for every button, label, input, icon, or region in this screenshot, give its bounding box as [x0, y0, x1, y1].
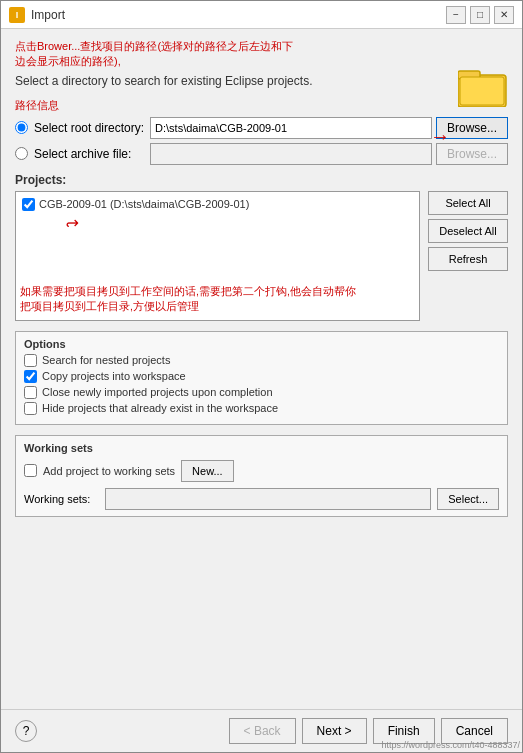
arrow-to-project: ↩ — [66, 214, 79, 233]
archive-input-group: Browse... — [150, 143, 508, 165]
working-sets-title: Working sets — [24, 442, 499, 454]
hide-existing-checkbox[interactable] — [24, 402, 37, 415]
project-item-label: CGB-2009-01 (D:\sts\daima\CGB-2009-01) — [39, 198, 249, 210]
working-sets-input[interactable] — [105, 488, 431, 510]
projects-section: Projects: CGB-2009-01 (D:\sts\daima\CGB-… — [15, 173, 508, 321]
projects-list: CGB-2009-01 (D:\sts\daima\CGB-2009-01) ↩… — [15, 191, 420, 321]
nested-projects-checkbox[interactable] — [24, 354, 37, 367]
root-directory-radio[interactable] — [15, 121, 28, 134]
close-button[interactable]: ✕ — [494, 6, 514, 24]
close-imported-label: Close newly imported projects upon compl… — [42, 386, 273, 398]
copy-projects-checkbox[interactable] — [24, 370, 37, 383]
add-to-working-sets-checkbox[interactable] — [24, 464, 37, 477]
copy-projects-label: Copy projects into workspace — [42, 370, 186, 382]
back-button[interactable]: < Back — [229, 718, 296, 744]
working-sets-label: Working sets: — [24, 493, 99, 505]
nested-projects-row: Search for nested projects — [24, 354, 499, 367]
svg-rect-2 — [460, 77, 504, 105]
import-dialog: I Import − □ ✕ 点击Brower...查找项目的路径(选择对的路径… — [0, 0, 523, 753]
close-imported-row: Close newly imported projects upon compl… — [24, 386, 499, 399]
minimize-button[interactable]: − — [446, 6, 466, 24]
section-label: 路径信息 — [15, 98, 508, 113]
project-item: CGB-2009-01 (D:\sts\daima\CGB-2009-01) — [20, 196, 415, 213]
add-to-working-sets-row: Add project to working sets New... — [24, 460, 499, 482]
copy-projects-row: Copy projects into workspace — [24, 370, 499, 383]
dialog-content: 点击Brower...查找项目的路径(选择对的路径之后左边和下 边会显示相应的路… — [1, 29, 522, 709]
refresh-button[interactable]: Refresh — [428, 247, 508, 271]
project-checkbox[interactable] — [22, 198, 35, 211]
archive-file-input[interactable] — [150, 143, 432, 165]
folder-icon — [458, 65, 508, 107]
window-icon: I — [9, 7, 25, 23]
top-annotation: 点击Brower...查找项目的路径(选择对的路径之后左边和下 边会显示相应的路… — [15, 39, 508, 70]
footer-left: ? — [15, 720, 37, 742]
new-working-set-button[interactable]: New... — [181, 460, 234, 482]
maximize-button[interactable]: □ — [470, 6, 490, 24]
nested-projects-label: Search for nested projects — [42, 354, 170, 366]
close-imported-checkbox[interactable] — [24, 386, 37, 399]
next-button[interactable]: Next > — [302, 718, 367, 744]
options-section: Options Search for nested projects Copy … — [15, 331, 508, 425]
hide-existing-row: Hide projects that already exist in the … — [24, 402, 499, 415]
working-sets-input-row: Working sets: Select... — [24, 488, 499, 510]
deselect-all-button[interactable]: Deselect All — [428, 219, 508, 243]
title-bar: I Import − □ ✕ — [1, 1, 522, 29]
projects-label: Projects: — [15, 173, 508, 187]
title-controls: − □ ✕ — [446, 6, 514, 24]
projects-container: CGB-2009-01 (D:\sts\daima\CGB-2009-01) ↩… — [15, 191, 508, 321]
working-sets-section: Working sets Add project to working sets… — [15, 435, 508, 517]
archive-file-radio[interactable] — [15, 147, 28, 160]
window-title: Import — [31, 8, 446, 22]
projects-buttons: Select All Deselect All Refresh — [428, 191, 508, 321]
add-to-working-sets-label: Add project to working sets — [43, 465, 175, 477]
archive-file-label: Select archive file: — [34, 147, 144, 161]
arrow-to-browse: → — [430, 125, 450, 148]
help-button[interactable]: ? — [15, 720, 37, 742]
root-directory-input[interactable] — [150, 117, 432, 139]
watermark: https://wordpress.com/t40-488337/ — [381, 740, 520, 750]
root-directory-label: Select root directory: — [34, 121, 144, 135]
select-all-button[interactable]: Select All — [428, 191, 508, 215]
hide-existing-label: Hide projects that already exist in the … — [42, 402, 278, 414]
root-directory-input-group: Browse... — [150, 117, 508, 139]
options-title: Options — [24, 338, 499, 350]
dialog-description: Select a directory to search for existin… — [15, 74, 508, 88]
select-working-set-button[interactable]: Select... — [437, 488, 499, 510]
projects-annotation: 如果需要把项目拷贝到工作空间的话,需要把第二个打钩,他会自动帮你把项目拷贝到工作… — [20, 284, 415, 313]
